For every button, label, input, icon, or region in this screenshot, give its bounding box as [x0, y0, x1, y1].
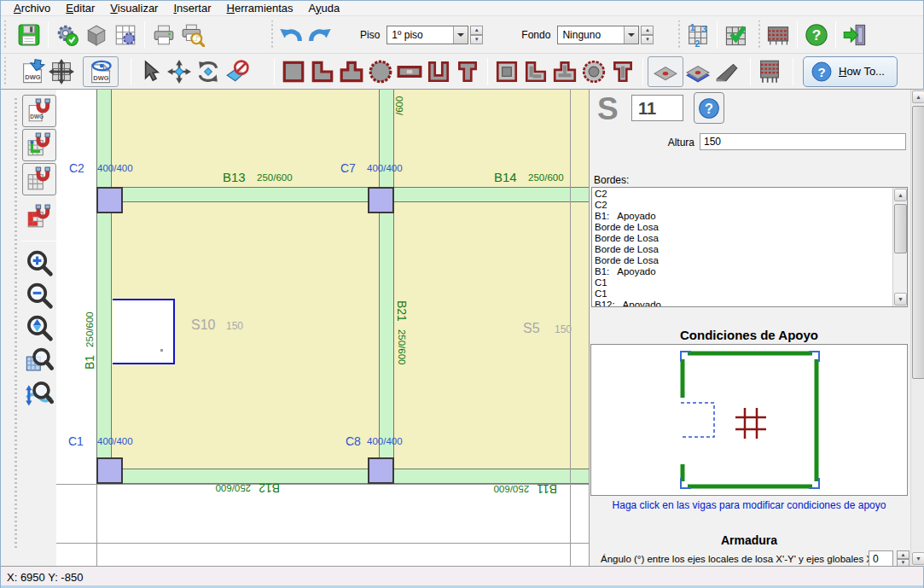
section-rect-button[interactable]: [395, 56, 424, 87]
menu-item[interactable]: Insertar: [166, 1, 218, 16]
section-hollow-circle-button[interactable]: [579, 56, 608, 87]
scroll-down-icon[interactable]: ▼: [894, 293, 907, 306]
numbering-button[interactable]: 1 3 2: [683, 20, 712, 50]
section-invT-button[interactable]: [337, 56, 366, 87]
borde-item[interactable]: Borde de Losa: [595, 244, 907, 255]
snap-grid-button[interactable]: [22, 163, 56, 195]
borde-item[interactable]: C2: [595, 189, 907, 200]
zoom-dynamic-button[interactable]: [22, 378, 56, 409]
piso-select[interactable]: 1º piso: [386, 26, 468, 44]
section-hollow-square-button[interactable]: [492, 56, 521, 87]
beam-B21[interactable]: [379, 90, 394, 484]
snap-points-button[interactable]: [22, 201, 56, 232]
column-C7[interactable]: [368, 187, 394, 213]
undo-button[interactable]: [276, 20, 305, 50]
zoom-window-button[interactable]: [22, 346, 56, 376]
borde-item[interactable]: B12: Apoyado: [595, 300, 907, 307]
column-C1[interactable]: [96, 457, 123, 484]
borde-item[interactable]: B1: Apoyado: [595, 211, 907, 222]
fondo-select[interactable]: Ninguno: [557, 26, 639, 44]
dwg-view-button[interactable]: DWG: [83, 56, 119, 87]
list-scrollbar[interactable]: ▲ ▼: [892, 188, 907, 306]
toolbar-gripper[interactable]: [3, 57, 7, 86]
menu-item[interactable]: Archivo: [6, 1, 58, 16]
redo-button[interactable]: [305, 20, 334, 50]
grid-settings-button[interactable]: [111, 20, 140, 50]
section-hollow-L-button[interactable]: [521, 56, 550, 87]
section-circle-button[interactable]: [366, 56, 395, 87]
scroll-thumb[interactable]: [912, 106, 924, 379]
toolbar-gripper[interactable]: [677, 20, 681, 49]
column-C8[interactable]: [368, 457, 394, 484]
help-button[interactable]: ?: [802, 20, 831, 50]
zoom-extents-button[interactable]: [22, 313, 56, 344]
howto-button[interactable]: ? How To...: [803, 56, 898, 87]
section-U-button[interactable]: [424, 56, 453, 87]
element-number-input[interactable]: 11: [631, 95, 683, 121]
borde-item[interactable]: Borde de Losa: [595, 255, 907, 266]
verify-button[interactable]: [722, 20, 751, 50]
save-button[interactable]: [15, 20, 44, 50]
slab-opening[interactable]: [113, 299, 175, 364]
piso-stepper[interactable]: ▲▼: [470, 26, 483, 44]
slab-tool-button[interactable]: [648, 56, 683, 87]
borde-item[interactable]: C1: [595, 277, 907, 288]
dwg-import-button[interactable]: DWG: [18, 56, 47, 87]
borde-item[interactable]: Borde de Losa: [595, 222, 907, 233]
toolbar-gripper[interactable]: [758, 20, 761, 49]
panel-help-button[interactable]: ?: [694, 92, 724, 124]
sidebar-gripper[interactable]: [15, 98, 17, 550]
altura-input[interactable]: [700, 133, 906, 150]
grid-adjust-button[interactable]: [47, 56, 76, 87]
section-square-button[interactable]: [279, 56, 308, 87]
bordes-list[interactable]: ▲ ▼ C2C2B1: ApoyadoBorde de LosaBorde de…: [591, 187, 908, 307]
chevron-down-icon[interactable]: [624, 26, 638, 44]
angulo-stepper[interactable]: ▲▼: [897, 550, 909, 567]
section-T-button[interactable]: [453, 56, 482, 87]
section-L-button[interactable]: [308, 56, 337, 87]
move-button[interactable]: [165, 56, 194, 87]
scroll-up-icon[interactable]: ▲: [894, 189, 907, 201]
ramp-button[interactable]: [712, 56, 741, 87]
material-button[interactable]: [82, 20, 111, 50]
settings-button[interactable]: [53, 20, 82, 50]
slab-region[interactable]: [96, 90, 589, 484]
menu-item[interactable]: Ayuda: [301, 1, 348, 16]
menu-item[interactable]: Herramientas: [219, 1, 301, 16]
slab-drop-button[interactable]: [683, 56, 712, 87]
toolbar-gripper[interactable]: [3, 20, 7, 49]
toolbar-gripper[interactable]: [270, 20, 274, 49]
scroll-thumb[interactable]: [894, 204, 907, 253]
borde-item[interactable]: B1: Apoyado: [595, 266, 907, 277]
section-hollow-T-button[interactable]: [608, 56, 637, 87]
rotate-button[interactable]: [194, 56, 223, 87]
zoom-out-button[interactable]: [22, 281, 56, 311]
print-button[interactable]: [149, 20, 178, 50]
print-preview-button[interactable]: [178, 20, 207, 50]
select-button[interactable]: [136, 56, 165, 87]
delete-button[interactable]: [223, 56, 252, 87]
support-conditions-diagram[interactable]: [590, 344, 908, 496]
apoyo-hint[interactable]: Haga click en las vigas para modificar c…: [590, 499, 909, 511]
beam-B12-B11[interactable]: [96, 469, 589, 484]
beam-B13-B14[interactable]: [96, 187, 589, 202]
structure-3d-button[interactable]: [764, 20, 793, 50]
borde-item[interactable]: C1: [595, 288, 907, 300]
menu-item[interactable]: Visualizar: [102, 1, 166, 16]
snap-dwg-button[interactable]: DWG: [22, 95, 56, 127]
borde-item[interactable]: Borde de Losa: [595, 233, 907, 244]
building-3d-button[interactable]: [755, 56, 784, 87]
chevron-down-icon[interactable]: [453, 26, 468, 44]
borde-item[interactable]: C2: [595, 200, 907, 211]
scroll-up-icon[interactable]: ▲: [912, 90, 924, 103]
beam-B1[interactable]: [96, 90, 112, 484]
scroll-down-icon[interactable]: ▼: [912, 552, 924, 565]
menu-item[interactable]: Editar: [58, 1, 102, 16]
angulo-input[interactable]: [869, 550, 893, 567]
column-C2[interactable]: [96, 187, 123, 213]
fondo-stepper[interactable]: ▲▼: [641, 26, 654, 44]
snap-objects-button[interactable]: [22, 129, 56, 161]
section-hollow-invT-button[interactable]: [550, 56, 579, 87]
zoom-in-button[interactable]: [22, 248, 56, 279]
model-canvas[interactable]: C2 400/400 C7 400/400 C1 400/400 C8 400/…: [56, 89, 589, 566]
